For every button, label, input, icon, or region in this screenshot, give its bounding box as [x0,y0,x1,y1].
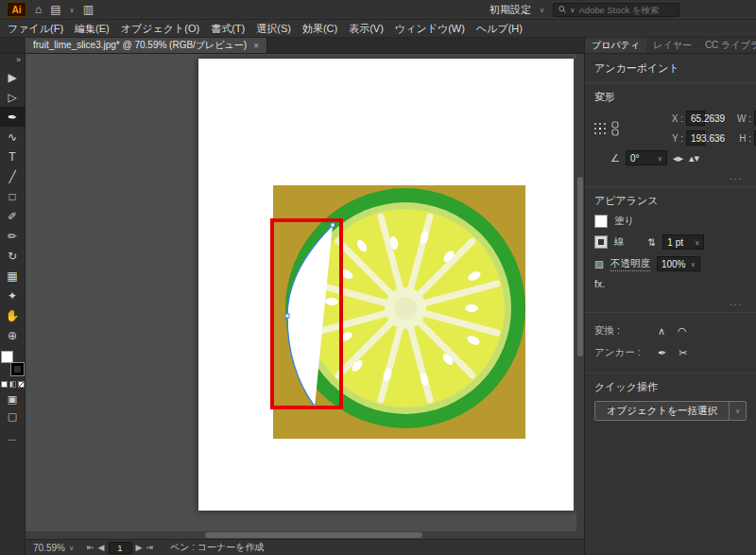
chevron-down-icon: ∨ [70,7,75,13]
eyedropper-tool[interactable]: ✦ [0,286,26,305]
vertical-scrollbar[interactable] [576,54,584,531]
artboard-number-field[interactable]: 1 [109,542,132,554]
workspace-grid-icon[interactable]: ▤ [50,4,60,15]
stroke-swatch[interactable] [11,363,24,375]
transform-section: 変形 X : 65.2639 W : 0 mm Y : 193.636 H : … [585,83,756,186]
hand-tool[interactable]: ✋ [0,305,26,325]
anchor-tools-section: 変換 : ∧ ◠ アンカー : ✒ ✂ [585,313,756,373]
fill-color-swatch[interactable] [594,215,608,228]
appearance-more-options[interactable]: ... [594,296,747,307]
tab-layers[interactable]: レイヤー [646,38,698,53]
transform-more-options[interactable]: ... [594,170,747,182]
menu-window[interactable]: ウィンドウ(W) [389,22,471,36]
flip-horizontal-icon[interactable]: ◂▸ [673,153,683,164]
rectangle-tool[interactable]: □ [0,186,26,206]
curvature-tool[interactable]: ∿ [0,127,26,147]
canvas[interactable] [26,54,584,539]
menu-help[interactable]: ヘルプ(H) [471,22,528,36]
artboard[interactable] [198,59,574,511]
opacity-field[interactable]: 100% ∨ [657,256,700,271]
flip-vertical-icon[interactable]: ▴▾ [689,153,699,164]
line-segment-tool-icon: ╱ [9,171,15,182]
stroke-weight-field[interactable]: 1 pt ∨ [662,234,704,250]
pencil-tool[interactable]: ✏ [0,226,26,246]
gradient-tool[interactable]: ▦ [0,266,26,286]
selection-tool[interactable]: ▶ [0,67,26,87]
arrange-documents-icon[interactable]: ▥ [83,4,94,15]
vertical-scrollbar-thumb[interactable] [577,177,583,356]
pencil-tool-icon: ✏ [8,231,17,242]
direct-selection-tool-icon: ▷ [8,92,16,103]
horizontal-scrollbar[interactable] [26,531,576,539]
workspace-switcher[interactable]: 初期設定 [490,3,531,17]
add-anchor-icon[interactable]: ✒ [658,348,666,358]
chevron-down-icon: ∨ [695,239,699,246]
screen-mode-icon[interactable]: ▢ [8,411,17,422]
convert-corner-icon[interactable]: ∧ [658,326,665,337]
fx-button[interactable]: fx. [594,278,605,289]
shear-field[interactable]: 0° ∨ [626,150,667,165]
paintbrush-tool[interactable]: ✐ [0,206,26,226]
color-button[interactable] [1,381,8,388]
stroke-weight-stepper-icon[interactable]: ⇅ [648,236,657,248]
chevron-down-icon[interactable]: ∨ [729,402,746,420]
menu-file[interactable]: ファイル(F) [2,22,69,36]
reference-point-locator[interactable] [594,123,606,134]
tab-properties[interactable]: プロパティ [585,38,646,53]
document-tab-bar: fruit_lime_slice3.jpg* @ 70.59% (RGB/プレビ… [0,38,584,54]
toolbar-more-icon[interactable]: ... [8,431,16,442]
document-tab[interactable]: fruit_lime_slice3.jpg* @ 70.59% (RGB/プレビ… [26,38,267,53]
expand-toolbar-icon[interactable]: » [16,55,25,67]
fill-label: 塗り [614,215,634,228]
zoom-tool[interactable]: ⊕ [0,325,26,345]
previous-artboard-icon[interactable]: ◀ [98,543,105,552]
constrain-proportions-icon[interactable] [610,121,620,136]
home-icon[interactable]: ⌂ [35,4,42,15]
menu-object[interactable]: オブジェクト(O) [115,22,205,36]
quick-actions-section: クイック操作 オブジェクトを一括選択 ∨ [585,373,756,425]
next-artboard-icon[interactable]: ▶ [136,543,143,552]
opacity-label[interactable]: 不透明度 [610,257,650,271]
convert-smooth-icon[interactable]: ◠ [678,326,687,337]
stroke-color-swatch[interactable] [594,235,608,249]
eyedropper-tool-icon: ✦ [8,290,17,302]
artboard-navigation: ⇤ ◀ 1 ▶ ⇥ [87,542,153,554]
x-field[interactable]: 65.2639 [686,111,705,126]
type-tool[interactable]: T [0,147,26,166]
menu-type[interactable]: 書式(T) [205,22,250,36]
stroke-weight-value: 1 pt [667,237,683,248]
transform-title: 変形 [594,90,747,104]
illustrator-logo[interactable]: Ai [7,2,26,17]
app-bar: Ai ⌂ ▤ ∨ ▥ 初期設定 ∨ ∨ [0,0,756,20]
search-scope-caret-icon[interactable]: ∨ [570,7,575,13]
close-icon[interactable]: × [253,41,259,51]
menu-effect[interactable]: 効果(C) [297,22,343,36]
cut-path-icon[interactable]: ✂ [679,348,687,358]
color-mode-row [1,381,25,388]
tab-cc-libraries[interactable]: CC ライブラリ [698,38,756,53]
zoom-control[interactable]: 70.59% ∨ [33,543,74,553]
draw-mode-icon[interactable]: ▣ [8,394,17,405]
w-label: W : [708,113,751,124]
gradient-tool-icon: ▦ [7,270,17,282]
select-similar-objects-button[interactable]: オブジェクトを一括選択 ∨ [594,401,747,421]
direct-selection-tool[interactable]: ▷ [0,87,26,107]
h-label: H : [708,133,751,144]
menu-select[interactable]: 選択(S) [250,22,297,36]
last-artboard-icon[interactable]: ⇥ [146,543,153,552]
search-input[interactable] [578,5,674,15]
rotate-tool[interactable]: ↻ [0,246,26,266]
menu-edit[interactable]: 編集(E) [69,22,115,36]
first-artboard-icon[interactable]: ⇤ [87,543,94,552]
fill-swatch[interactable] [1,351,13,363]
gradient-button[interactable] [9,381,16,388]
shear-value: 0° [630,153,640,164]
y-field[interactable]: 193.636 [686,130,705,146]
line-segment-tool[interactable]: ╱ [0,166,26,186]
menu-view[interactable]: 表示(V) [343,22,389,36]
none-button[interactable] [18,381,25,388]
selection-tool-icon: ▶ [8,72,16,83]
horizontal-scrollbar-thumb[interactable] [205,532,422,538]
pen-tool[interactable]: ✒ [0,107,26,127]
search-box[interactable]: ∨ [553,3,679,17]
